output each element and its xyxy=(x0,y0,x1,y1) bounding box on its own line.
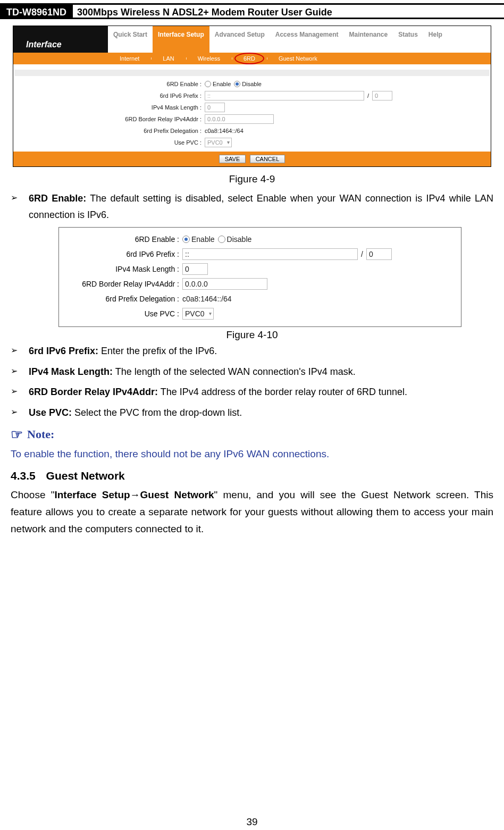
tab-label: Maintenance xyxy=(349,31,388,38)
pointing-hand-icon: ☞ xyxy=(11,426,23,443)
subtab-label: Guest Network xyxy=(279,55,317,62)
page-header: TD-W8961ND 300Mbps Wireless N ADSL2+ Mod… xyxy=(0,3,504,19)
note-block: ☞ Note: To enable the function, there sh… xyxy=(11,426,493,460)
list-item: ➢ Use PVC: Select the PVC from the drop-… xyxy=(11,405,493,421)
relay-input[interactable]: 0.0.0.0 xyxy=(182,278,267,290)
bullet-desc: Select the PVC from the drop-down list. xyxy=(72,407,242,418)
list-item: ➢ 6RD Border Relay IPv4Addr: The IPv4 ad… xyxy=(11,384,493,400)
list-item: ➢ IPv4 Mask Length: The length of the se… xyxy=(11,364,493,380)
ss1-tabbar: Interface Quick Start Interface Setup Ad… xyxy=(13,26,491,53)
note-body: To enable the function, there should not… xyxy=(11,448,493,460)
subtab-lan[interactable]: LAN xyxy=(151,55,186,62)
ss1-subtabbar: Internet LAN Wireless 6RD Guest Network xyxy=(13,53,491,64)
subtab-label: LAN xyxy=(163,55,174,62)
section-heading: 4.3.5 Guest Network xyxy=(11,470,493,482)
mask-input[interactable]: 0 xyxy=(182,263,208,275)
bullet-desc: The IPv4 address of the border relay rou… xyxy=(158,387,407,397)
relay-label: 6RD Border Relay IPv4Addr : xyxy=(13,116,205,122)
tab-help[interactable]: Help xyxy=(423,26,448,53)
radio-label: Disable xyxy=(227,235,252,244)
bullet-term: IPv4 Mask Length: xyxy=(29,366,113,377)
pvc-label: Use PVC : xyxy=(65,309,182,318)
pvc-select[interactable]: PVC0 xyxy=(205,138,232,147)
radio-label: Enable xyxy=(191,235,215,244)
tab-advanced-setup[interactable]: Advanced Setup xyxy=(209,26,270,53)
disable-radio[interactable]: Disable xyxy=(218,235,252,244)
ss1-footer: SAVE CANCEL xyxy=(13,152,491,166)
bullet-term: 6RD Enable: xyxy=(29,193,86,204)
figure-4-10-screenshot: 6RD Enable : Enable Disable 6rd IPv6 Pre… xyxy=(58,227,461,327)
mask-label: IPv4 Mask Length : xyxy=(65,265,182,273)
radio-label: Enable xyxy=(213,81,231,87)
tab-label: Status xyxy=(398,31,418,38)
note-title: Note: xyxy=(27,427,54,441)
prefix-label: 6rd IPv6 Prefix : xyxy=(65,250,182,258)
enable-label: 6RD Enable : xyxy=(65,235,182,244)
tab-label: Access Management xyxy=(275,31,339,38)
guide-title: 300Mbps Wireless N ADSL2+ Modem Router U… xyxy=(73,5,504,19)
prefix-input[interactable]: :: xyxy=(182,248,358,260)
enable-label: 6RD Enable : xyxy=(13,81,205,87)
section-number: 4.3.5 xyxy=(11,470,36,482)
subtab-6rd[interactable]: 6RD xyxy=(232,55,267,62)
tab-quick-start[interactable]: Quick Start xyxy=(108,26,153,53)
subtab-label: 6RD xyxy=(243,55,255,62)
radio-label: Disable xyxy=(242,81,262,87)
prefix-input[interactable]: :: xyxy=(205,91,364,100)
para-text: Choose " xyxy=(11,489,54,500)
bullet-term: 6RD Border Relay IPv4Addr: xyxy=(29,387,158,397)
pvc-select[interactable]: PVC0 xyxy=(182,308,214,320)
enable-radio[interactable]: Enable xyxy=(182,235,215,244)
subtab-guest-network[interactable]: Guest Network xyxy=(267,55,329,62)
bullet-icon: ➢ xyxy=(11,190,29,223)
figure-4-10-caption: Figure 4-10 xyxy=(0,329,504,341)
slash-separator: / xyxy=(367,93,369,99)
section-title: Guest Network xyxy=(46,470,125,482)
relay-input[interactable]: 0.0.0.0 xyxy=(205,114,274,124)
delegation-value: c0a8:1464::/64 xyxy=(182,295,232,303)
relay-label: 6RD Border Relay IPv4Addr : xyxy=(65,280,182,288)
bullet-desc: Enter the prefix of the IPv6. xyxy=(98,346,217,356)
subtab-wireless[interactable]: Wireless xyxy=(186,55,232,62)
tab-maintenance[interactable]: Maintenance xyxy=(343,26,393,53)
bullet-term: 6rd IPv6 Prefix: xyxy=(29,346,98,356)
list-item: ➢ 6rd IPv6 Prefix: Enter the prefix of t… xyxy=(11,343,493,359)
subtab-label: Internet xyxy=(120,55,139,62)
prefix-label: 6rd IPv6 Prefix : xyxy=(13,93,205,99)
delegation-label: 6rd Prefix Delegation : xyxy=(65,295,182,303)
enable-radio[interactable]: Enable xyxy=(205,81,231,87)
list-item: ➢ 6RD Enable: The default setting is dis… xyxy=(11,190,493,223)
section-paragraph: Choose "Interface Setup→Guest Network" m… xyxy=(11,487,493,538)
tab-label: Help xyxy=(429,31,442,38)
prefix-length-input[interactable]: 0 xyxy=(372,91,392,100)
gray-divider xyxy=(14,70,490,76)
subtab-label: Wireless xyxy=(198,55,220,62)
interface-label: Interface xyxy=(13,26,108,53)
disable-radio[interactable]: Disable xyxy=(234,81,262,87)
delegation-value: c0a8:1464::/64 xyxy=(205,128,243,134)
tab-label: Interface Setup xyxy=(158,31,204,38)
model-label: TD-W8961ND xyxy=(0,5,73,19)
subtab-internet[interactable]: Internet xyxy=(108,55,151,62)
bullet-icon: ➢ xyxy=(11,405,29,421)
pvc-label: Use PVC : xyxy=(13,139,205,146)
prefix-length-input[interactable]: 0 xyxy=(366,248,392,260)
bullet-icon: ➢ xyxy=(11,364,29,380)
mask-input[interactable]: 0 xyxy=(205,103,225,112)
tab-access-management[interactable]: Access Management xyxy=(270,26,344,53)
para-bold: Interface Setup→Guest Network xyxy=(54,489,214,500)
tab-label: Advanced Setup xyxy=(215,31,265,38)
bullet-icon: ➢ xyxy=(11,343,29,359)
figure-4-9-caption: Figure 4-9 xyxy=(0,173,504,185)
figure-4-9-screenshot: Interface Quick Start Interface Setup Ad… xyxy=(13,26,491,167)
bullet-desc: The default setting is disabled, select … xyxy=(29,193,493,220)
tab-interface-setup[interactable]: Interface Setup xyxy=(153,26,209,53)
delegation-label: 6rd Prefix Delegation : xyxy=(13,128,205,134)
bullet-icon: ➢ xyxy=(11,384,29,400)
tab-label: Quick Start xyxy=(113,31,147,38)
page-number: 39 xyxy=(0,816,504,828)
save-button[interactable]: SAVE xyxy=(219,155,246,163)
tab-status[interactable]: Status xyxy=(393,26,423,53)
cancel-button[interactable]: CANCEL xyxy=(250,155,285,163)
bullet-term: Use PVC: xyxy=(29,407,72,418)
